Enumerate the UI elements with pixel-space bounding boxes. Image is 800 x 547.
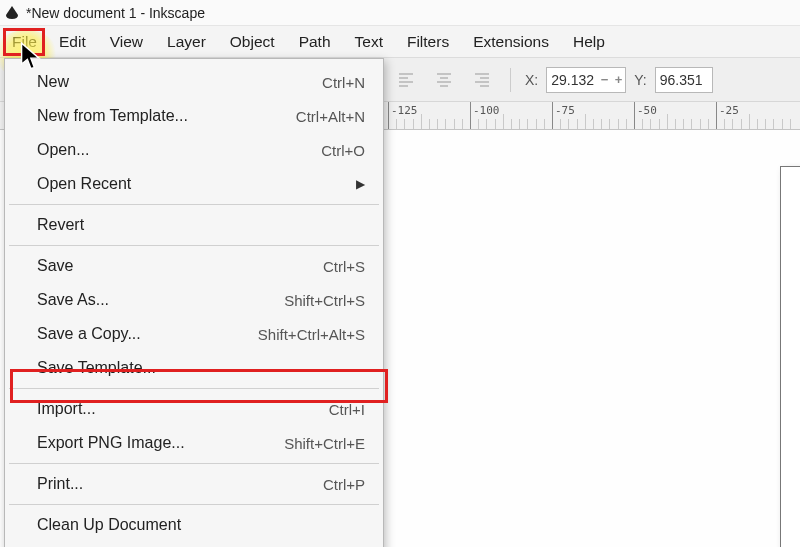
menu-import[interactable]: Import...Ctrl+I [5, 392, 383, 426]
menu-item-shortcut: Ctrl+N [322, 74, 365, 91]
menu-bar: FileEditViewLayerObjectPathTextFiltersEx… [0, 26, 800, 58]
menu-item-shortcut: Ctrl+P [323, 476, 365, 493]
menu-item-label: Import... [37, 400, 96, 418]
menu-cleanup[interactable]: Clean Up Document [5, 508, 383, 542]
window-title: *New document 1 - Inkscape [26, 5, 205, 21]
menu-item-label: New [37, 73, 69, 91]
menu-separator [9, 463, 379, 464]
menu-item-label: New from Template... [37, 107, 188, 125]
menu-item-label: Save [37, 257, 73, 275]
menu-view[interactable]: View [98, 27, 155, 57]
align-center-icon[interactable] [432, 68, 456, 92]
menu-item-shortcut: Ctrl+O [321, 142, 365, 159]
menu-separator [9, 245, 379, 246]
menu-revert[interactable]: Revert [5, 208, 383, 242]
ruler-tick: -100 [470, 102, 552, 129]
menu-filters[interactable]: Filters [395, 27, 461, 57]
menu-extensions[interactable]: Extensions [461, 27, 561, 57]
menu-print[interactable]: Print...Ctrl+P [5, 467, 383, 501]
align-left-icon[interactable] [394, 68, 418, 92]
menu-item-shortcut: Shift+Ctrl+Alt+S [258, 326, 365, 343]
file-menu-dropdown: NewCtrl+NNew from Template...Ctrl+Alt+NO… [4, 58, 384, 547]
ruler-tick: -125 [388, 102, 470, 129]
y-label: Y: [634, 72, 646, 88]
menu-object[interactable]: Object [218, 27, 287, 57]
y-coord-input[interactable]: 96.351 [655, 67, 713, 93]
menu-doc-props[interactable]: Document Properties...Shift+Ctrl+D [5, 542, 383, 547]
menu-item-label: Export PNG Image... [37, 434, 185, 452]
title-bar: *New document 1 - Inkscape [0, 0, 800, 26]
menu-path[interactable]: Path [287, 27, 343, 57]
menu-file[interactable]: File [4, 27, 47, 57]
menu-layer[interactable]: Layer [155, 27, 218, 57]
menu-item-label: Save Template... [37, 359, 156, 377]
menu-item-label: Revert [37, 216, 84, 234]
y-coord-value: 96.351 [660, 72, 703, 88]
x-spin: − + [598, 72, 625, 87]
menu-text[interactable]: Text [343, 27, 395, 57]
menu-new-template[interactable]: New from Template...Ctrl+Alt+N [5, 99, 383, 133]
x-label: X: [525, 72, 538, 88]
menu-edit[interactable]: Edit [47, 27, 98, 57]
menu-item-label: Clean Up Document [37, 516, 181, 534]
x-inc-button[interactable]: + [612, 72, 625, 87]
menu-item-shortcut: Shift+Ctrl+S [284, 292, 365, 309]
menu-item-shortcut: Ctrl+S [323, 258, 365, 275]
menu-save-template[interactable]: Save Template... [5, 351, 383, 385]
menu-export-png[interactable]: Export PNG Image...Shift+Ctrl+E [5, 426, 383, 460]
menu-open[interactable]: Open...Ctrl+O [5, 133, 383, 167]
align-right-icon[interactable] [470, 68, 494, 92]
inkscape-logo-icon [4, 5, 20, 21]
ruler-tick: -50 [634, 102, 716, 129]
ruler-tick: -25 [716, 102, 798, 129]
menu-save-copy[interactable]: Save a Copy...Shift+Ctrl+Alt+S [5, 317, 383, 351]
menu-item-label: Print... [37, 475, 83, 493]
menu-save-as[interactable]: Save As...Shift+Ctrl+S [5, 283, 383, 317]
menu-separator [9, 504, 379, 505]
menu-separator [9, 204, 379, 205]
menu-item-shortcut: Shift+Ctrl+E [284, 435, 365, 452]
separator [510, 68, 511, 92]
menu-item-label: Open... [37, 141, 89, 159]
menu-help[interactable]: Help [561, 27, 617, 57]
menu-item-label: Open Recent [37, 175, 131, 193]
menu-new[interactable]: NewCtrl+N [5, 65, 383, 99]
document-page [780, 166, 800, 547]
menu-open-recent[interactable]: Open Recent▶ [5, 167, 383, 201]
chevron-right-icon: ▶ [356, 177, 365, 191]
x-dec-button[interactable]: − [598, 72, 611, 87]
ruler-tick: -75 [552, 102, 634, 129]
menu-separator [9, 388, 379, 389]
menu-item-shortcut: Ctrl+I [329, 401, 365, 418]
menu-item-label: Save a Copy... [37, 325, 141, 343]
x-coord-value: 29.132 [551, 72, 594, 88]
menu-item-shortcut: Ctrl+Alt+N [296, 108, 365, 125]
menu-save[interactable]: SaveCtrl+S [5, 249, 383, 283]
x-coord-input[interactable]: 29.132 − + [546, 67, 626, 93]
menu-item-label: Save As... [37, 291, 109, 309]
